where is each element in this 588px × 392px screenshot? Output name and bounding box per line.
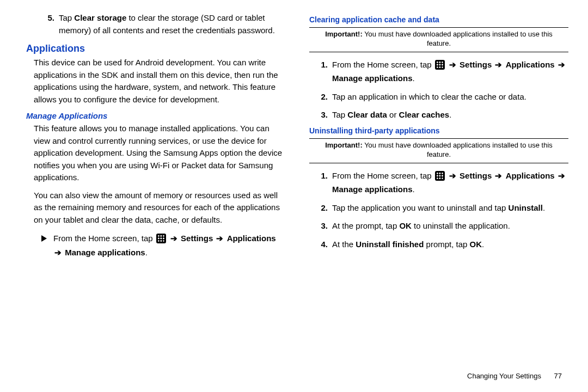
step-body: Tap Clear data or Clear caches. [332, 108, 568, 122]
step-prefix: Tap the application you want to uninstal… [332, 203, 509, 212]
step-number: 2. [317, 90, 332, 104]
uninstall-step-3: 3. At the prompt, tap OK to uninstall th… [317, 219, 568, 233]
arrow-icon: ➔ [53, 248, 63, 257]
period: . [145, 248, 148, 257]
heading-uninstall: Uninstalling third-party applications [309, 126, 568, 135]
heading-clear-cache: Clearing application cache and data [309, 15, 568, 24]
step-5-bold: Clear storage [74, 13, 126, 22]
nav-manage: Manage applications [332, 74, 413, 83]
period: . [413, 74, 415, 83]
clear-cache-steps: 1. From the Home screen, tap ➔ Settings … [309, 58, 568, 122]
important-note-2: Important!: You must have downloaded app… [309, 138, 568, 163]
nav-apps: Applications [227, 234, 276, 243]
uninstall-finished-bold: Uninstall finished [356, 240, 424, 249]
nav-settings: Settings [181, 234, 213, 243]
nav-manage: Manage applications [65, 248, 145, 257]
period: . [482, 240, 484, 249]
manual-page: 5. Tap Clear storage to clear the storag… [0, 0, 588, 392]
step-number: 4. [317, 237, 332, 252]
step-body: Tap the application you want to uninstal… [332, 201, 568, 215]
arrow-icon: ➔ [494, 60, 503, 69]
uninstall-bold: Uninstall [509, 203, 543, 212]
step-number: 3. [317, 108, 332, 122]
apps-grid-icon [435, 60, 445, 70]
step-5-number: 5. [39, 12, 59, 36]
nav-manage: Manage applications [332, 185, 413, 194]
nav-instruction-body: From the Home screen, tap ➔ Settings ➔ A… [53, 231, 285, 259]
arrow-icon: ➔ [557, 171, 566, 180]
clear-caches: Clear caches [399, 110, 450, 119]
arrow-icon: ➔ [448, 60, 457, 69]
apps-grid-icon [435, 171, 445, 181]
step-prefix: From the Home screen, tap [332, 60, 434, 69]
uninstall-steps: 1. From the Home screen, tap ➔ Settings … [309, 169, 568, 252]
ok-bold: OK [399, 221, 412, 230]
important-note-1: Important!: You must have downloaded app… [309, 27, 568, 52]
nav-settings: Settings [460, 171, 492, 180]
heading-applications: Applications [26, 43, 285, 54]
uninstall-step-2: 2. Tap the application you want to unins… [317, 201, 568, 215]
nav-settings: Settings [460, 60, 492, 69]
uninstall-step-1: 1. From the Home screen, tap ➔ Settings … [317, 169, 568, 197]
note-label: Important!: [325, 30, 363, 38]
step-5: 5. Tap Clear storage to clear the storag… [26, 12, 285, 36]
step-number: 2. [317, 201, 332, 215]
arrow-icon: ➔ [169, 234, 179, 243]
heading-manage-applications: Manage Applications [26, 111, 285, 120]
left-column: 5. Tap Clear storage to clear the storag… [26, 12, 297, 387]
nav-apps: Applications [506, 60, 555, 69]
footer-page-number: 77 [543, 372, 562, 380]
step-prefix: At the [332, 240, 356, 249]
step-number: 3. [317, 219, 332, 233]
nav-prefix: From the Home screen, tap [53, 234, 155, 243]
step-prefix: From the Home screen, tap [332, 171, 434, 180]
note-text: You must have downloaded applications in… [363, 30, 553, 47]
step-prefix: At the prompt, tap [332, 221, 399, 230]
step-5-prefix: Tap [59, 13, 74, 22]
arrow-icon: ➔ [215, 234, 224, 243]
footer-section: Changing Your Settings [467, 372, 541, 380]
step-5-body: Tap Clear storage to clear the storage (… [59, 12, 285, 36]
clear-data: Clear data [347, 110, 387, 119]
arrow-icon: ➔ [494, 171, 503, 180]
clear-step-1: 1. From the Home screen, tap ➔ Settings … [317, 58, 568, 85]
note-text: You must have downloaded applications in… [363, 141, 553, 158]
tap-prefix: Tap [332, 110, 347, 119]
step-body: Tap an application in which to clear the… [332, 90, 568, 104]
manage-desc-1: This feature allows you to manage instal… [26, 122, 285, 184]
applications-desc: This device can be used for Android deve… [26, 57, 285, 106]
step-number: 1. [317, 169, 332, 197]
period: . [543, 203, 545, 212]
triangle-bullet [41, 231, 53, 259]
period: . [449, 110, 451, 119]
ok-bold: OK [470, 240, 482, 249]
note-label: Important!: [325, 141, 363, 149]
clear-step-2: 2. Tap an application in which to clear … [317, 90, 568, 104]
step-number: 1. [317, 58, 332, 85]
step-body: At the prompt, tap OK to uninstall the a… [332, 219, 568, 233]
step-body: At the Uninstall finished prompt, tap OK… [332, 237, 568, 252]
nav-instruction: From the Home screen, tap ➔ Settings ➔ A… [26, 231, 285, 259]
nav-apps: Applications [506, 171, 555, 180]
page-footer: Changing Your Settings 77 [467, 372, 562, 380]
step-rest: to uninstall the application. [412, 221, 510, 230]
manage-desc-2: You can also view the amount of memory o… [26, 189, 285, 226]
step-body: From the Home screen, tap ➔ Settings ➔ A… [332, 169, 568, 197]
arrow-icon: ➔ [557, 60, 566, 69]
arrow-icon: ➔ [448, 171, 457, 180]
period: . [413, 185, 415, 194]
right-column: Clearing application cache and data Impo… [297, 12, 568, 387]
apps-grid-icon [156, 234, 166, 243]
step-body: From the Home screen, tap ➔ Settings ➔ A… [332, 58, 568, 85]
step-mid: prompt, tap [424, 240, 469, 249]
clear-step-3: 3. Tap Clear data or Clear caches. [317, 108, 568, 122]
or-text: or [387, 110, 399, 119]
uninstall-step-4: 4. At the Uninstall finished prompt, tap… [317, 237, 568, 252]
